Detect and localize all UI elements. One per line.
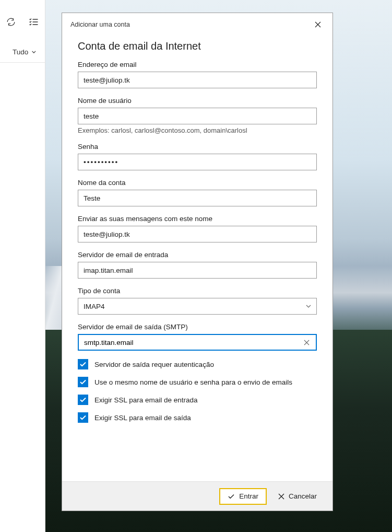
email-label: Endereço de email: [78, 61, 317, 68]
outgoing-server-label: Servidor de email de saída (SMTP): [78, 323, 317, 331]
outgoing-server-field[interactable]: [79, 335, 301, 350]
page-heading: Conta de email da Internet: [78, 40, 317, 52]
account-type-label: Tipo de conta: [78, 287, 317, 295]
checkbox-icon: [78, 412, 88, 423]
chevron-down-icon: [31, 49, 37, 55]
checkbox-icon: [78, 377, 88, 387]
email-field[interactable]: [78, 72, 317, 88]
checklist-icon[interactable]: [29, 17, 39, 27]
checkbox-label: Exigir SSL para email de entrada: [94, 396, 198, 404]
checkbox-ssl-outgoing[interactable]: Exigir SSL para email de saída: [78, 412, 317, 423]
checkbox-label: Servidor de saída requer autenticação: [94, 361, 214, 368]
filter-label: Tudo: [13, 48, 28, 56]
password-field[interactable]: [78, 154, 317, 170]
outgoing-server-field-wrap: [78, 334, 317, 351]
checkbox-icon: [78, 395, 88, 405]
account-type-select[interactable]: [78, 298, 317, 315]
send-name-field[interactable]: [78, 226, 317, 242]
close-icon: [278, 493, 284, 500]
dialog-body: Conta de email da Internet Endereço de e…: [62, 34, 332, 481]
username-hint: Exemplos: carlosl, carlosl@contoso.com, …: [78, 126, 317, 134]
mail-app-panel: Tudo: [0, 0, 45, 532]
username-field[interactable]: [78, 108, 317, 124]
password-label: Senha: [78, 143, 317, 151]
signin-button-label: Entrar: [239, 492, 258, 500]
cancel-button[interactable]: Cancelar: [271, 488, 324, 505]
checkbox-auth-required[interactable]: Servidor de saída requer autenticação: [78, 359, 317, 369]
dialog-footer: Entrar Cancelar: [62, 481, 332, 511]
incoming-server-label: Servidor de email de entrada: [78, 251, 317, 259]
send-name-label: Enviar as suas mensagens com este nome: [78, 215, 317, 223]
checkbox-icon: [78, 359, 88, 369]
dialog-title: Adicionar uma conta: [70, 21, 130, 28]
refresh-icon[interactable]: [6, 17, 16, 27]
check-icon: [228, 493, 235, 500]
signin-button[interactable]: Entrar: [219, 488, 267, 505]
dialog-titlebar: Adicionar uma conta: [62, 13, 332, 34]
close-icon: [304, 340, 310, 345]
checkbox-ssl-incoming[interactable]: Exigir SSL para email de entrada: [78, 395, 317, 405]
checkbox-label: Use o mesmo nome de usuário e senha para…: [94, 378, 292, 386]
cancel-button-label: Cancelar: [289, 492, 317, 500]
checkbox-label: Exigir SSL para email de saída: [94, 414, 191, 422]
close-button[interactable]: [310, 17, 326, 32]
clear-input-button[interactable]: [301, 337, 312, 348]
add-account-dialog: Adicionar uma conta Conta de email da In…: [62, 13, 333, 511]
checkbox-same-credentials[interactable]: Use o mesmo nome de usuário e senha para…: [78, 377, 317, 387]
close-icon: [315, 21, 321, 28]
incoming-server-field[interactable]: [78, 262, 317, 279]
account-name-label: Nome da conta: [78, 179, 317, 187]
username-label: Nome de usuário: [78, 97, 317, 105]
filter-all[interactable]: Tudo: [0, 27, 45, 63]
account-name-field[interactable]: [78, 190, 317, 206]
